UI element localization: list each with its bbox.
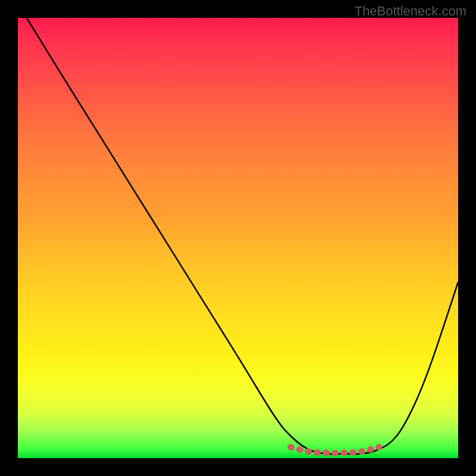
watermark-text: TheBottleneck.com xyxy=(355,4,466,19)
optimal-band-path xyxy=(291,447,379,453)
plot-area xyxy=(18,18,458,458)
bottleneck-curve-path xyxy=(27,18,458,454)
chart-svg xyxy=(18,18,458,458)
